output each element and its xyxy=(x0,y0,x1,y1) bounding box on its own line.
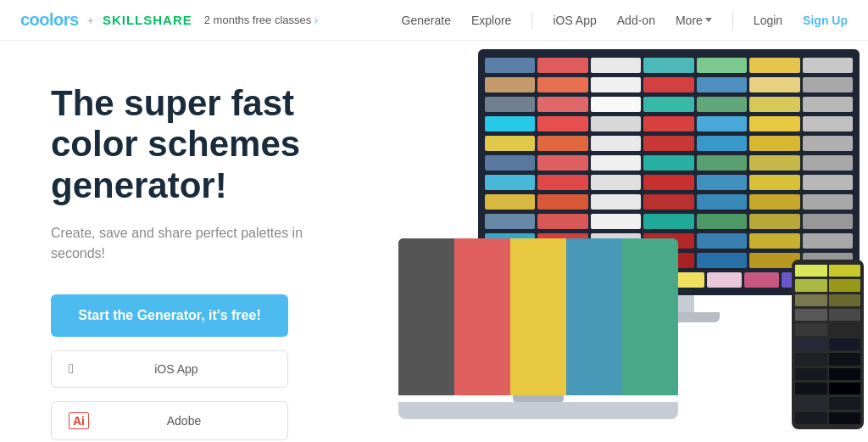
nav-explore[interactable]: Explore xyxy=(471,14,511,27)
nav-signup[interactable]: Sign Up xyxy=(803,14,848,27)
monitor-color-cell xyxy=(485,155,535,171)
monitor-color-cell xyxy=(803,77,853,92)
phone-color-row xyxy=(795,265,860,277)
monitor-color-cell xyxy=(591,214,641,229)
phone-color-cell xyxy=(795,323,827,335)
apple-icon:  xyxy=(69,361,74,377)
monitor-color-cell xyxy=(537,194,587,210)
monitor-color-cell xyxy=(485,175,535,190)
monitor-color-cell xyxy=(803,214,853,229)
phone-color-cell xyxy=(829,279,861,291)
monitor-color-cell xyxy=(803,58,853,73)
monitor-color-cell xyxy=(697,233,747,249)
laptop-palette-stripe xyxy=(398,238,454,395)
monitor-color-cell xyxy=(537,175,587,190)
monitor-color-cell xyxy=(697,194,747,210)
laptop-palette-stripe xyxy=(510,238,566,395)
monitor-color-cell xyxy=(749,136,799,151)
monitor-color-cell xyxy=(749,77,799,92)
phone-color-cell xyxy=(795,294,827,306)
monitor-color-cell xyxy=(697,155,747,171)
monitor-color-cell xyxy=(485,77,535,92)
laptop-device xyxy=(398,238,678,434)
monitor-color-cell xyxy=(697,136,747,151)
nav-login[interactable]: Login xyxy=(754,14,782,27)
nav-divider xyxy=(531,12,532,29)
device-illustration xyxy=(364,41,868,442)
monitor-color-cell xyxy=(591,58,641,73)
hero-subtitle: Create, save and share perfect palettes … xyxy=(51,223,331,264)
monitor-color-row xyxy=(485,155,853,171)
start-generator-button[interactable]: Start the Generator, it's free! xyxy=(51,294,288,337)
monitor-color-row xyxy=(485,58,853,73)
monitor-color-row xyxy=(485,116,853,131)
monitor-color-cell xyxy=(537,214,587,229)
monitor-color-cell xyxy=(697,253,747,268)
nav-addon[interactable]: Add-on xyxy=(617,14,655,27)
hero-title: The super fast color schemes generator! xyxy=(51,83,331,206)
monitor-color-cell xyxy=(485,214,535,229)
nav-more-dropdown[interactable]: More xyxy=(676,14,712,27)
phone-color-row xyxy=(795,397,860,409)
monitor-color-cell xyxy=(643,194,693,210)
monitor-color-cell xyxy=(485,136,535,151)
monitor-color-row xyxy=(485,136,853,151)
main-content: The super fast color schemes generator! … xyxy=(0,41,868,442)
nav-generate[interactable]: Generate xyxy=(402,14,451,27)
monitor-color-cell xyxy=(803,97,853,112)
monitor-color-cell xyxy=(591,136,641,151)
monitor-color-cell xyxy=(749,214,799,229)
monitor-color-row xyxy=(485,214,853,229)
monitor-color-cell xyxy=(643,97,693,112)
monitor-color-cell xyxy=(643,58,693,73)
monitor-color-cell xyxy=(749,194,799,210)
monitor-color-cell xyxy=(591,175,641,190)
main-nav: Generate Explore iOS App Add-on More Log… xyxy=(402,12,848,29)
monitor-color-cell xyxy=(643,155,693,171)
laptop-palette-stripe xyxy=(454,238,510,395)
monitor-color-cell xyxy=(591,116,641,131)
phone-color-cell xyxy=(795,353,827,365)
ios-app-button[interactable]:  iOS App xyxy=(51,350,288,388)
monitor-color-row xyxy=(485,175,853,190)
laptop-palette-stripe xyxy=(566,238,622,395)
monitor-color-cell xyxy=(749,175,799,190)
monitor-color-cell xyxy=(537,58,587,73)
phone-color-row xyxy=(795,309,860,321)
laptop-base xyxy=(398,402,678,419)
monitor-color-cell xyxy=(697,97,747,112)
monitor-color-cell xyxy=(485,58,535,73)
monitor-color-cell xyxy=(749,58,799,73)
phone-color-cell xyxy=(795,309,827,321)
monitor-color-row xyxy=(485,77,853,92)
phone-color-cell xyxy=(829,353,861,365)
phone-color-row xyxy=(795,383,860,394)
logo-coolors[interactable]: coolors xyxy=(20,10,79,30)
monitor-color-cell xyxy=(537,77,587,92)
logo-skillshare[interactable]: SKILLSHARE xyxy=(103,13,192,27)
logo-plus: + xyxy=(87,14,94,27)
monitor-color-cell xyxy=(749,97,799,112)
phone-color-row xyxy=(795,368,860,380)
monitor-color-cell xyxy=(537,155,587,171)
monitor-color-cell xyxy=(803,136,853,151)
monitor-color-cell xyxy=(803,194,853,210)
phone-color-row xyxy=(795,338,860,350)
adobe-icon: Ai xyxy=(69,412,89,429)
monitor-color-cell xyxy=(591,77,641,92)
monitor-color-cell xyxy=(697,116,747,131)
header-left: coolors + SKILLSHARE 2 months free class… xyxy=(20,10,402,30)
monitor-color-cell xyxy=(749,233,799,249)
phone-color-row xyxy=(795,294,860,306)
monitor-color-cell xyxy=(697,77,747,92)
adobe-button[interactable]: Ai Adobe xyxy=(51,401,288,440)
phone-color-cell xyxy=(829,309,861,321)
phone-color-row xyxy=(795,353,860,365)
monitor-color-cell xyxy=(537,136,587,151)
monitor-color-cell xyxy=(537,116,587,131)
monitor-color-cell xyxy=(697,175,747,190)
promo-banner[interactable]: 2 months free classes › xyxy=(204,14,318,26)
phone-device xyxy=(792,260,864,429)
nav-ios-app[interactable]: iOS App xyxy=(553,14,596,27)
monitor-color-cell xyxy=(707,272,742,288)
